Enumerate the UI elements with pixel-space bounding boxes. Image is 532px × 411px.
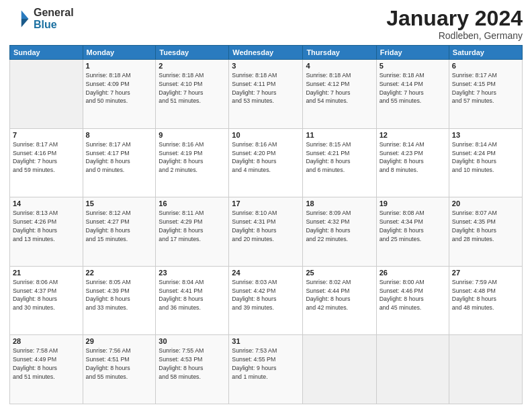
day-detail: Sunrise: 8:05 AMSunset: 4:39 PMDaylight:… [86,278,153,312]
day-number: 27 [452,269,519,277]
calendar-cell: 31Sunrise: 7:53 AMSunset: 4:55 PMDayligh… [229,335,303,404]
calendar-week-3: 14Sunrise: 8:13 AMSunset: 4:26 PMDayligh… [10,197,523,267]
calendar-cell: 8Sunrise: 8:17 AMSunset: 4:17 PMDaylight… [83,128,156,197]
day-number: 7 [13,131,80,139]
calendar-cell: 9Sunrise: 8:16 AMSunset: 4:19 PMDaylight… [156,128,229,197]
weekday-header-sunday: Sunday [10,46,83,60]
svg-marker-0 [21,10,29,18]
day-number: 1 [86,62,153,70]
day-number: 25 [306,269,373,277]
svg-marker-1 [21,19,29,27]
calendar-cell: 6Sunrise: 8:17 AMSunset: 4:15 PMDaylight… [449,60,522,129]
page: General Blue January 2024 Rodleben, Germ… [0,0,532,411]
day-detail: Sunrise: 8:14 AMSunset: 4:24 PMDaylight:… [452,140,519,175]
calendar-week-1: 1Sunrise: 8:18 AMSunset: 4:09 PMDaylight… [10,60,523,129]
calendar-cell: 22Sunrise: 8:05 AMSunset: 4:39 PMDayligh… [83,266,156,335]
day-detail: Sunrise: 8:14 AMSunset: 4:23 PMDaylight:… [380,140,446,175]
calendar-cell: 7Sunrise: 8:17 AMSunset: 4:16 PMDaylight… [10,128,83,197]
logo-icon [9,8,31,30]
day-detail: Sunrise: 8:07 AMSunset: 4:35 PMDaylight:… [452,209,519,243]
calendar-cell: 4Sunrise: 8:18 AMSunset: 4:12 PMDaylight… [303,60,376,129]
day-number: 13 [452,131,519,139]
day-detail: Sunrise: 8:18 AMSunset: 4:09 PMDaylight:… [86,71,153,105]
logo-text: General Blue [34,7,74,30]
calendar-cell: 14Sunrise: 8:13 AMSunset: 4:26 PMDayligh… [10,197,83,267]
calendar-cell: 30Sunrise: 7:55 AMSunset: 4:53 PMDayligh… [156,335,229,404]
day-detail: Sunrise: 7:53 AMSunset: 4:55 PMDaylight:… [232,347,300,381]
day-detail: Sunrise: 8:00 AMSunset: 4:46 PMDaylight:… [380,278,446,312]
day-detail: Sunrise: 8:17 AMSunset: 4:17 PMDaylight:… [86,140,153,175]
calendar-cell: 18Sunrise: 8:09 AMSunset: 4:32 PMDayligh… [303,197,376,267]
day-number: 3 [232,62,300,70]
day-detail: Sunrise: 8:08 AMSunset: 4:34 PMDaylight:… [380,209,446,243]
day-number: 29 [86,337,153,345]
day-number: 5 [380,62,446,70]
weekday-header-tuesday: Tuesday [156,46,229,60]
day-detail: Sunrise: 8:15 AMSunset: 4:21 PMDaylight:… [306,140,373,175]
weekday-header-wednesday: Wednesday [229,46,303,60]
day-number: 26 [380,269,446,277]
calendar-cell: 11Sunrise: 8:15 AMSunset: 4:21 PMDayligh… [303,128,376,197]
day-detail: Sunrise: 8:18 AMSunset: 4:12 PMDaylight:… [306,71,373,105]
day-detail: Sunrise: 8:18 AMSunset: 4:10 PMDaylight:… [159,71,226,105]
day-detail: Sunrise: 8:06 AMSunset: 4:37 PMDaylight:… [13,278,80,312]
calendar-cell: 27Sunrise: 7:59 AMSunset: 4:48 PMDayligh… [449,266,522,335]
calendar-cell: 2Sunrise: 8:18 AMSunset: 4:10 PMDaylight… [156,60,229,129]
calendar-week-4: 21Sunrise: 8:06 AMSunset: 4:37 PMDayligh… [10,266,523,335]
day-number: 2 [159,62,226,70]
calendar-cell: 21Sunrise: 8:06 AMSunset: 4:37 PMDayligh… [10,266,83,335]
calendar-cell: 13Sunrise: 8:14 AMSunset: 4:24 PMDayligh… [449,128,522,197]
day-number: 19 [380,199,446,208]
day-detail: Sunrise: 8:04 AMSunset: 4:41 PMDaylight:… [159,278,226,312]
calendar-cell: 15Sunrise: 8:12 AMSunset: 4:27 PMDayligh… [83,197,156,267]
calendar-cell: 3Sunrise: 8:18 AMSunset: 4:11 PMDaylight… [229,60,303,129]
day-number: 4 [306,62,373,70]
day-detail: Sunrise: 8:03 AMSunset: 4:42 PMDaylight:… [232,278,300,312]
day-number: 28 [13,337,80,345]
calendar-week-2: 7Sunrise: 8:17 AMSunset: 4:16 PMDaylight… [10,128,523,197]
calendar-cell: 25Sunrise: 8:02 AMSunset: 4:44 PMDayligh… [303,266,376,335]
header: General Blue January 2024 Rodleben, Germ… [9,7,523,41]
title-location: Rodleben, Germany [386,30,523,41]
calendar-cell [449,335,522,404]
weekday-header-monday: Monday [83,46,156,60]
day-detail: Sunrise: 7:58 AMSunset: 4:49 PMDaylight:… [13,347,80,381]
day-number: 12 [380,131,446,139]
title-block: January 2024 Rodleben, Germany [386,7,523,41]
day-detail: Sunrise: 8:11 AMSunset: 4:29 PMDaylight:… [159,209,226,243]
logo-general-text: General [34,7,74,19]
day-number: 30 [159,337,226,345]
calendar-cell [303,335,376,404]
calendar-cell: 16Sunrise: 8:11 AMSunset: 4:29 PMDayligh… [156,197,229,267]
calendar-cell [10,60,83,129]
day-detail: Sunrise: 8:17 AMSunset: 4:16 PMDaylight:… [13,140,80,175]
day-detail: Sunrise: 8:18 AMSunset: 4:11 PMDaylight:… [232,71,300,105]
calendar-cell: 1Sunrise: 8:18 AMSunset: 4:09 PMDaylight… [83,60,156,129]
day-number: 21 [13,269,80,277]
calendar-cell: 24Sunrise: 8:03 AMSunset: 4:42 PMDayligh… [229,266,303,335]
day-number: 6 [452,62,519,70]
day-number: 24 [232,269,300,277]
day-number: 22 [86,269,153,277]
day-number: 15 [86,199,153,208]
day-number: 11 [306,131,373,139]
title-month: January 2024 [386,7,523,30]
day-detail: Sunrise: 7:56 AMSunset: 4:51 PMDaylight:… [86,347,153,381]
calendar-table: SundayMondayTuesdayWednesdayThursdayFrid… [9,45,523,404]
day-detail: Sunrise: 8:18 AMSunset: 4:14 PMDaylight:… [380,71,446,105]
calendar-cell: 23Sunrise: 8:04 AMSunset: 4:41 PMDayligh… [156,266,229,335]
day-detail: Sunrise: 7:55 AMSunset: 4:53 PMDaylight:… [159,347,226,381]
weekday-header-friday: Friday [376,46,449,60]
logo: General Blue [9,7,74,30]
weekday-header-saturday: Saturday [449,46,522,60]
day-detail: Sunrise: 8:17 AMSunset: 4:15 PMDaylight:… [452,71,519,105]
calendar-cell: 12Sunrise: 8:14 AMSunset: 4:23 PMDayligh… [376,128,449,197]
calendar-cell: 28Sunrise: 7:58 AMSunset: 4:49 PMDayligh… [10,335,83,404]
calendar-cell: 10Sunrise: 8:16 AMSunset: 4:20 PMDayligh… [229,128,303,197]
day-number: 18 [306,199,373,208]
day-number: 31 [232,337,300,345]
calendar-cell: 29Sunrise: 7:56 AMSunset: 4:51 PMDayligh… [83,335,156,404]
day-number: 9 [159,131,226,139]
day-number: 17 [232,199,300,208]
calendar-week-5: 28Sunrise: 7:58 AMSunset: 4:49 PMDayligh… [10,335,523,404]
